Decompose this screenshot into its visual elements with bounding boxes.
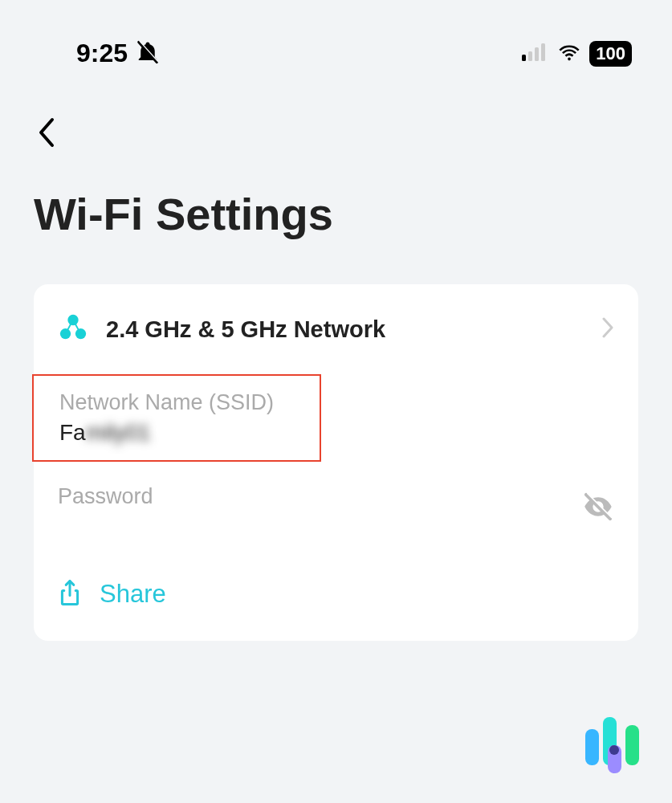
- wifi-icon: [557, 43, 581, 65]
- svg-rect-3: [541, 43, 545, 61]
- back-button[interactable]: [0, 84, 672, 152]
- svg-point-6: [75, 328, 86, 339]
- network-band-row[interactable]: 2.4 GHz & 5 GHz Network: [34, 284, 638, 374]
- svg-rect-2: [535, 47, 539, 61]
- share-icon: [58, 578, 82, 610]
- bell-slash-icon: [136, 40, 160, 67]
- page-title: Wi-Fi Settings: [0, 152, 672, 240]
- app-logo-icon: [577, 705, 650, 781]
- ssid-field[interactable]: Network Name (SSID) Family01: [32, 374, 321, 462]
- time-label: 9:25: [76, 39, 128, 68]
- battery-indicator: 100: [589, 41, 632, 67]
- network-icon: [58, 312, 88, 346]
- eye-hidden-icon[interactable]: [582, 491, 614, 526]
- password-field[interactable]: Password: [34, 462, 638, 566]
- ssid-value: Family01: [59, 420, 295, 446]
- status-bar: 9:25 100: [0, 0, 672, 84]
- battery-level: 100: [596, 43, 625, 64]
- svg-rect-16: [625, 725, 639, 765]
- settings-card: 2.4 GHz & 5 GHz Network Network Name (SS…: [34, 284, 638, 641]
- svg-point-15: [609, 745, 619, 755]
- chevron-right-icon: [601, 316, 614, 342]
- svg-rect-12: [585, 729, 599, 765]
- network-band-label: 2.4 GHz & 5 GHz Network: [106, 316, 601, 343]
- status-left: 9:25: [76, 39, 160, 68]
- share-label: Share: [100, 580, 166, 609]
- share-button[interactable]: Share: [34, 566, 638, 641]
- status-right: 100: [522, 41, 632, 67]
- chevron-left-icon: [36, 137, 55, 151]
- ssid-label: Network Name (SSID): [59, 390, 295, 415]
- password-label: Password: [58, 484, 153, 509]
- svg-rect-1: [528, 51, 532, 61]
- svg-rect-0: [522, 55, 526, 61]
- cellular-signal-icon: [522, 43, 549, 64]
- svg-point-5: [60, 328, 71, 339]
